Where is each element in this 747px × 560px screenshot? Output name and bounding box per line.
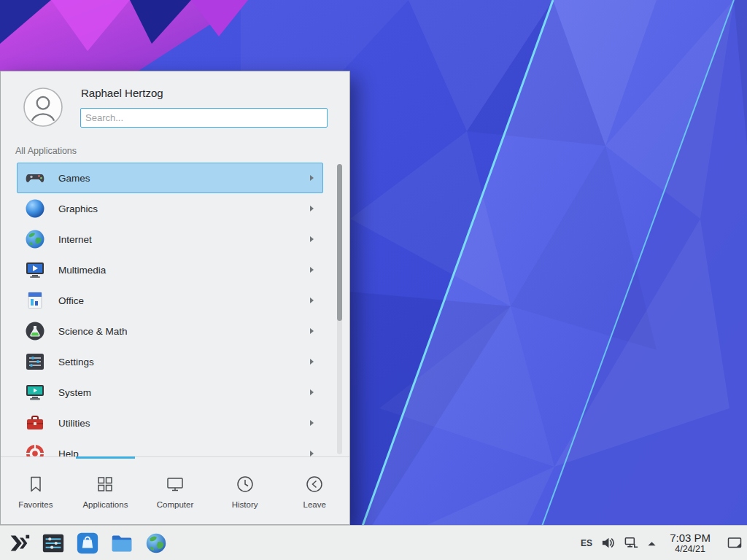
chevron-right-icon — [310, 206, 314, 211]
chevron-right-icon — [310, 359, 314, 365]
chevron-right-icon — [310, 420, 314, 426]
computer-icon — [165, 474, 185, 494]
discover-icon[interactable] — [74, 530, 101, 556]
tab-history[interactable]: History — [210, 457, 280, 524]
sliders-icon — [23, 350, 47, 373]
tab-label: Computer — [157, 500, 194, 509]
system-tray: ES 7:03 PM 4/24/21 — [581, 526, 747, 560]
category-label: Utilities — [58, 418, 90, 429]
category-item-games[interactable]: Games — [17, 163, 323, 193]
lifebuoy-icon — [23, 442, 47, 457]
chevron-right-icon — [310, 328, 314, 334]
leave-icon — [304, 474, 325, 494]
media-screen-icon — [23, 258, 47, 281]
taskbar-launchers — [0, 530, 169, 556]
tab-leave[interactable]: Leave — [279, 457, 349, 524]
category-list: GamesGraphicsInternetMultimediaOfficeSci… — [1, 163, 349, 457]
category-item-system[interactable]: System — [17, 377, 323, 408]
section-label: All Applications — [15, 146, 77, 156]
application-launcher: Raphael Hertzog All Applications GamesGr… — [0, 71, 350, 525]
science-flask-icon — [23, 319, 47, 343]
launcher-tabbar: FavoritesApplicationsComputerHistoryLeav… — [1, 456, 349, 524]
category-item-help[interactable]: Help — [17, 438, 323, 457]
category-label: Graphics — [58, 203, 98, 214]
file-manager-icon[interactable] — [109, 530, 135, 556]
desktop: Raphael Hertzog All Applications GamesGr… — [0, 0, 747, 560]
tab-computer[interactable]: Computer — [140, 457, 210, 524]
chevron-right-icon — [310, 236, 314, 242]
digital-clock[interactable]: 7:03 PM 4/24/21 — [670, 532, 711, 555]
category-item-office[interactable]: Office — [17, 285, 323, 316]
category-item-internet[interactable]: Internet — [17, 224, 323, 254]
volume-icon[interactable] — [600, 535, 616, 551]
category-item-utilities[interactable]: Utilities — [17, 408, 323, 438]
category-item-settings[interactable]: Settings — [17, 346, 323, 377]
chevron-right-icon — [310, 451, 314, 456]
category-label: System — [58, 387, 91, 398]
category-label: Multimedia — [58, 265, 106, 276]
user-name: Raphael Hertzog — [81, 87, 163, 99]
tab-label: History — [232, 500, 258, 509]
scrollbar-thumb[interactable] — [337, 164, 342, 321]
tab-label: Applications — [82, 500, 128, 509]
kickoff-icon[interactable] — [6, 530, 32, 556]
bookmark-icon — [26, 474, 46, 494]
category-label: Science & Math — [58, 326, 128, 337]
category-label: Games — [58, 173, 90, 184]
globe-icon — [23, 228, 47, 251]
palette-sphere-icon — [23, 197, 47, 220]
clock-icon — [235, 474, 255, 494]
tab-favorites[interactable]: Favorites — [1, 457, 71, 524]
clock-date: 4/24/21 — [670, 544, 711, 555]
network-icon[interactable] — [624, 535, 639, 551]
category-item-graphics[interactable]: Graphics — [17, 193, 323, 224]
toolbox-icon — [23, 411, 47, 435]
keyboard-layout-indicator[interactable]: ES — [581, 538, 592, 548]
show-desktop-button[interactable] — [726, 534, 743, 552]
chevron-right-icon — [310, 389, 314, 395]
document-chart-icon — [23, 289, 47, 312]
tab-label: Leave — [303, 500, 326, 509]
terminal-sliders-icon[interactable] — [40, 530, 66, 556]
clock-time: 7:03 PM — [670, 532, 711, 544]
tab-label: Favorites — [18, 500, 53, 509]
tab-applications[interactable]: Applications — [71, 457, 141, 524]
taskbar: ES 7:03 PM 4/24/21 — [0, 525, 747, 560]
category-label: Internet — [58, 234, 92, 245]
category-label: Office — [58, 295, 84, 306]
expand-tray-icon[interactable] — [647, 540, 657, 547]
system-monitor-icon — [23, 381, 47, 404]
chevron-right-icon — [310, 175, 314, 181]
web-browser-icon[interactable] — [143, 530, 169, 556]
category-item-science-math[interactable]: Science & Math — [17, 316, 323, 346]
scrollbar-track[interactable] — [337, 164, 342, 454]
chevron-right-icon — [310, 298, 314, 303]
user-avatar — [23, 88, 63, 127]
gamepad-icon — [23, 166, 47, 190]
category-item-multimedia[interactable]: Multimedia — [17, 254, 323, 285]
chevron-right-icon — [310, 267, 314, 273]
grid-icon — [95, 474, 115, 494]
category-label: Settings — [58, 357, 94, 368]
search-input[interactable] — [80, 108, 328, 128]
